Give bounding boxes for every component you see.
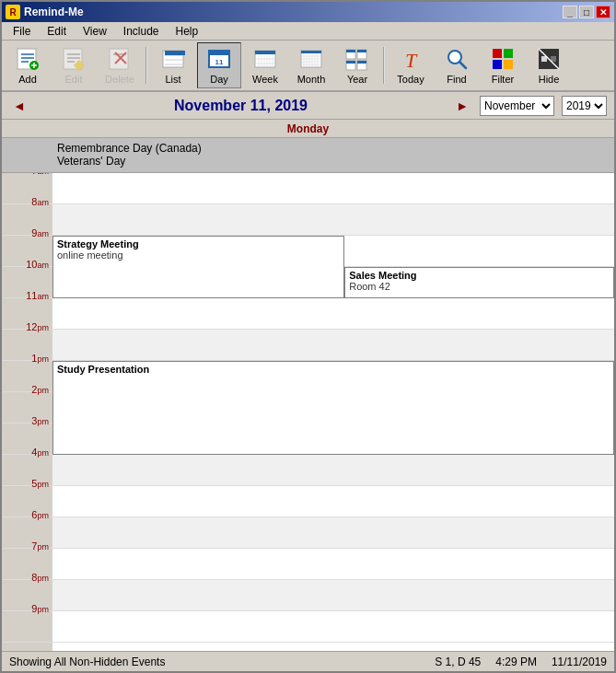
today-button[interactable]: T Today (389, 42, 433, 88)
events-column[interactable]: Strategy Meetingonline meetingSales Meet… (52, 173, 614, 651)
close-button[interactable]: ✕ (596, 6, 610, 18)
day-label: Day (210, 74, 228, 85)
svg-rect-22 (209, 51, 229, 55)
time-text: 5pm (31, 479, 49, 489)
year-select[interactable]: 201820192020 (562, 96, 607, 116)
week-button[interactable]: Week (243, 42, 287, 88)
calendar-area: Monday Remembrance Day (Canada) Veterans… (2, 120, 614, 651)
next-arrow[interactable]: ► (452, 99, 472, 113)
separator-1 (145, 47, 147, 84)
hour-row-13 (52, 580, 614, 611)
time-text: 7am (31, 173, 49, 176)
hour-row-9 (52, 455, 614, 486)
event-strategy-meeting[interactable]: Strategy Meetingonline meeting (52, 236, 344, 298)
day-icon: 11 (206, 46, 232, 72)
status-right: S 1, D 45 4:29 PM 11/11/2019 (435, 656, 607, 668)
year-button[interactable]: Year (335, 42, 379, 88)
time-text: 4pm (31, 447, 49, 458)
month-icon (298, 46, 324, 72)
svg-rect-25 (255, 51, 275, 54)
time-text: 9am (31, 228, 49, 238)
svg-rect-57 (493, 49, 502, 58)
status-time: 4:29 PM (495, 656, 537, 668)
separator-2 (383, 47, 385, 84)
year-icon (344, 46, 370, 72)
hour-row-10 (52, 486, 614, 517)
event-title: Sales Meeting (349, 270, 610, 281)
toolbar: Add Edit (2, 41, 614, 92)
time-text: 3pm (31, 416, 49, 426)
find-icon (444, 46, 470, 72)
svg-line-56 (459, 62, 466, 68)
time-text: 11am (26, 291, 49, 301)
list-button[interactable]: List (151, 42, 195, 88)
maximize-button[interactable]: □ (579, 6, 594, 18)
time-text: 8am (31, 197, 49, 207)
minimize-button[interactable]: _ (563, 6, 577, 18)
week-label: Week (252, 74, 278, 85)
statusbar: Showing All Non-Hidden Events S 1, D 45 … (2, 651, 614, 671)
year-label: Year (347, 74, 367, 85)
app-icon: R (6, 5, 20, 19)
list-icon (160, 46, 186, 72)
holiday-line1: Remembrance Day (Canada) (57, 142, 607, 155)
status-date: 11/11/2019 (552, 656, 607, 668)
add-icon (15, 46, 41, 72)
menu-file[interactable]: File (6, 23, 38, 40)
event-sales-meeting[interactable]: Sales MeetingRoom 42 (344, 267, 614, 298)
svg-rect-58 (504, 49, 513, 58)
svg-rect-62 (541, 56, 547, 62)
svg-rect-63 (551, 56, 556, 62)
month-button[interactable]: Month (289, 42, 333, 88)
delete-icon (107, 46, 133, 72)
menu-view[interactable]: View (76, 23, 114, 40)
time-label-9pm: 9pm (2, 611, 52, 643)
holiday-line2: Veterans' Day (57, 155, 607, 168)
prev-arrow[interactable]: ◄ (9, 99, 29, 113)
hide-icon (536, 46, 562, 72)
hour-row-4 (52, 298, 614, 330)
event-location: online meeting (57, 249, 340, 261)
window-controls: _ □ ✕ (563, 6, 610, 18)
hour-row-14 (52, 611, 614, 643)
event-study-presentation[interactable]: Study Presentation (52, 361, 614, 455)
hour-row-5 (52, 330, 614, 361)
day-name: Monday (287, 122, 329, 135)
filter-button[interactable]: Filter (481, 42, 525, 88)
delete-button[interactable]: Delete (98, 42, 142, 88)
hour-row-0 (52, 173, 614, 204)
find-button[interactable]: Find (435, 42, 479, 88)
day-button[interactable]: 11 Day (197, 42, 241, 88)
hide-button[interactable]: Hide (527, 42, 571, 88)
status-info: S 1, D 45 (435, 656, 481, 668)
svg-rect-50 (346, 50, 355, 52)
edit-icon (61, 46, 87, 72)
holiday-bar: Remembrance Day (Canada) Veterans' Day (2, 138, 614, 173)
current-date: November 11, 2019 (37, 98, 445, 114)
event-title: Study Presentation (57, 364, 610, 375)
time-text: 8pm (31, 573, 49, 583)
edit-button[interactable]: Edit (52, 42, 96, 88)
app-title: Remind-Me (24, 6, 84, 18)
menubar: File Edit View Include Help (2, 22, 614, 41)
time-text: 10am (26, 260, 49, 270)
month-select[interactable]: JanuaryFebruaryMarch AprilMayJune JulyAu… (480, 96, 554, 116)
svg-rect-51 (357, 50, 366, 52)
time-events-area: 7am8am9am10am11am12pm1pm2pm3pm4pm5pm6pm7… (2, 173, 614, 651)
time-text: 1pm (31, 354, 49, 364)
svg-rect-20 (165, 51, 185, 55)
svg-text:T: T (405, 49, 418, 71)
menu-include[interactable]: Include (116, 23, 167, 40)
day-header: Monday (2, 120, 614, 138)
time-text: 6pm (31, 510, 49, 520)
find-label: Find (447, 74, 466, 85)
filter-label: Filter (492, 74, 514, 85)
hour-row-11 (52, 517, 614, 549)
add-label: Add (18, 74, 37, 85)
date-navbar: ◄ November 11, 2019 ► JanuaryFebruaryMar… (2, 92, 614, 120)
add-button[interactable]: Add (6, 42, 50, 88)
menu-help[interactable]: Help (169, 23, 206, 40)
svg-rect-35 (301, 51, 321, 53)
svg-rect-60 (504, 60, 513, 69)
menu-edit[interactable]: Edit (40, 23, 74, 40)
